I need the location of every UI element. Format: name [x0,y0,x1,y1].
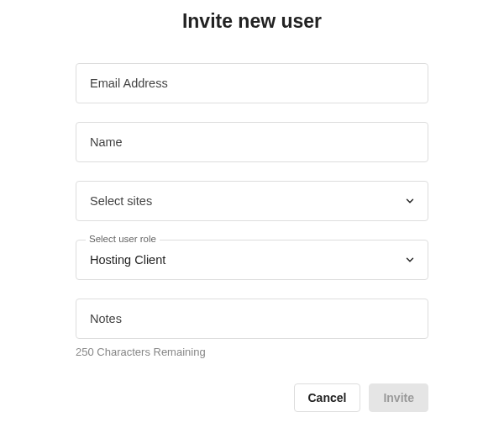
notes-helper-text: 250 Characters Remaining [76,346,428,358]
invite-button[interactable]: Invite [369,383,428,412]
sites-placeholder: Select sites [90,194,152,208]
notes-field-wrapper: Notes [76,299,428,339]
role-select[interactable]: Hosting Client [76,240,428,280]
chevron-down-icon [404,195,416,207]
role-value: Hosting Client [90,253,165,267]
invite-user-form: Invite new user Email Address Name Selec… [0,0,504,412]
name-field-wrapper: Name [76,122,428,162]
name-input[interactable] [76,123,428,161]
role-field-wrapper: Select user role Hosting Client [76,240,428,280]
cancel-button[interactable]: Cancel [294,383,361,412]
email-field-wrapper: Email Address [76,63,428,103]
role-label: Select user role [86,234,160,244]
chevron-down-icon [404,254,416,266]
sites-select[interactable]: Select sites [76,181,428,221]
action-row: Cancel Invite [76,383,428,412]
page-title: Invite new user [76,10,428,33]
notes-input[interactable] [76,299,428,338]
email-input[interactable] [76,64,428,103]
